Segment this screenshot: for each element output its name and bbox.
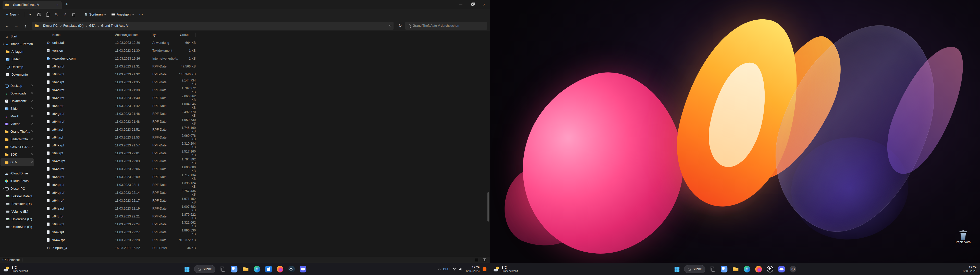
clock[interactable]: 19:2912.03.2023 [963, 266, 977, 273]
edge-button[interactable] [742, 264, 752, 274]
up-button[interactable]: ↑ [21, 22, 30, 30]
task-view-button[interactable] [708, 264, 718, 274]
breadcrumb-item[interactable]: Dieser PC [42, 24, 59, 28]
table-row[interactable]: x64b.rpf11.03.2023 21:32RPF-Datei145.946… [35, 70, 490, 78]
refresh-button[interactable]: ↻ [396, 22, 404, 30]
address-dropdown-icon[interactable] [389, 24, 391, 26]
breadcrumb-item[interactable]: Festplatte (D:) [62, 24, 84, 28]
table-row[interactable]: x64t.rpf11.03.2023 22:21RPF-Datei1.879.5… [35, 212, 490, 220]
minimize-button[interactable]: — [455, 0, 466, 9]
sidebar-item-grand-theft[interactable]: Grand Theft ... [0, 128, 34, 136]
start-button[interactable] [182, 264, 192, 274]
discord-button[interactable] [298, 264, 308, 274]
edge-button[interactable] [252, 264, 262, 274]
back-button[interactable]: ← [3, 22, 11, 30]
explorer-search[interactable] [405, 22, 487, 30]
sidebar-item-bildschirmfo[interactable]: Bildschirmfo... [0, 136, 34, 143]
file-explorer-button[interactable] [241, 264, 251, 274]
search-input[interactable] [413, 24, 484, 27]
sidebar-item-034734-gta[interactable]: 034734-GTA... [0, 143, 34, 151]
table-row[interactable]: x64f.rpf11.03.2023 21:42RPF-Datei1.004.6… [35, 102, 490, 110]
language-indicator[interactable]: DEU [443, 268, 449, 271]
table-row[interactable]: x64q.rpf11.03.2023 22:14RPF-Datei2.757.4… [35, 189, 490, 197]
tab-close-icon[interactable]: × [55, 3, 60, 7]
details-view-button[interactable] [474, 258, 480, 262]
table-row[interactable]: ⚙Xinput1_416.03.2021 15:52DLL-Datei34 KB [35, 244, 490, 252]
table-row[interactable]: x64m.rpf11.03.2023 22:03RPF-Datei1.764.8… [35, 157, 490, 165]
vertical-scrollbar[interactable] [487, 70, 490, 250]
sidebar-item-icloud-drive[interactable]: ☁iCloud Drive [0, 169, 34, 177]
more-button[interactable]: ⋯ [137, 11, 145, 18]
sidebar-item-dokumente[interactable]: Dokumente [0, 71, 34, 78]
sidebar-item-gta[interactable]: GTA [0, 158, 34, 166]
chevron-down-icon[interactable] [2, 187, 4, 189]
settings-button[interactable]: ⚙ [788, 264, 798, 274]
widgets-button[interactable] [229, 264, 239, 274]
sidebar-item-bilder[interactable]: Bilder [0, 55, 34, 63]
recycle-bin[interactable]: Papierkorb [954, 231, 972, 244]
volume-icon[interactable] [459, 268, 463, 271]
sidebar-item-icloud-fotos[interactable]: iCloud-Fotos [0, 177, 34, 185]
sidebar-item-bilder[interactable]: Bilder [0, 105, 34, 112]
file-explorer-button[interactable] [731, 264, 741, 274]
table-row[interactable]: x64l.rpf11.03.2023 22:01RPF-Datei2.517.1… [35, 149, 490, 157]
sidebar-item-sdk[interactable]: SDK [0, 151, 34, 158]
table-row[interactable]: x64c.rpf11.03.2023 21:35RPF-Datei2.144.7… [35, 78, 490, 86]
taskbar-search[interactable]: Suche [194, 265, 215, 273]
column-header-date[interactable]: Änderungsdatum [113, 33, 150, 37]
network-icon[interactable] [452, 268, 456, 270]
firefox-button[interactable] [275, 264, 285, 274]
sidebar-item-unionsine-f[interactable]: UnionSine (F:) [0, 215, 34, 223]
weather-widget[interactable]: 8°CStark bewölkt [0, 263, 32, 275]
firefox-button[interactable] [754, 264, 764, 274]
sidebar-item-videos[interactable]: Videos [0, 120, 34, 128]
sidebar-item-desktop[interactable]: Desktop [0, 82, 34, 90]
new-button[interactable]: + Neu [3, 10, 22, 19]
start-button[interactable] [672, 264, 682, 274]
sidebar-item-anlagen[interactable]: Anlagen [0, 48, 34, 55]
sidebar-item-dokumente[interactable]: Dokumente [0, 97, 34, 105]
table-row[interactable]: x64d.rpf11.03.2023 21:38RPF-Datei1.782.3… [35, 86, 490, 94]
weather-widget[interactable]: 8°CStark bewölkt [490, 263, 522, 275]
paste-button[interactable] [43, 11, 52, 18]
table-row[interactable]: version11.03.2023 21:30Textdokument1 KB [35, 47, 490, 54]
tray-chevron-up-icon[interactable] [438, 269, 440, 270]
cut-button[interactable]: ✂ [26, 11, 35, 18]
store-button[interactable] [264, 264, 274, 274]
table-row[interactable]: x64p.rpf11.03.2023 22:11RPF-Datei1.395.1… [35, 181, 490, 189]
table-row[interactable]: x64g.rpf11.03.2023 21:46RPF-Datei2.492.7… [35, 110, 490, 118]
table-row[interactable]: ⚙uninstall12.03.2023 12:30Anwendung664 K… [35, 39, 490, 47]
column-header-size[interactable]: Größe [178, 33, 196, 37]
task-view-button[interactable] [218, 264, 228, 274]
rename-button[interactable]: ✎ [52, 11, 61, 18]
sidebar-item-timon-pers-n[interactable]: ☁Timon – Persön... [0, 40, 34, 48]
sidebar-item-downloads[interactable]: ↓Downloads [0, 90, 34, 97]
notification-badge[interactable] [483, 267, 487, 271]
table-row[interactable]: www.dev-c.com12.03.2023 19:26Internetver… [35, 54, 490, 62]
scrollbar-thumb[interactable] [487, 192, 489, 221]
share-button[interactable]: ↗ [61, 11, 69, 18]
sort-button[interactable]: ⇅ Sortieren [82, 10, 109, 19]
explorer-tab[interactable]: Grand Theft Auto V × [3, 1, 62, 9]
sidebar-item-dieser-pc[interactable]: Dieser PC [0, 185, 34, 193]
table-row[interactable]: x64u.rpf11.03.2023 22:24RPF-Datei1.322.6… [35, 220, 490, 228]
table-row[interactable]: x64k.rpf11.03.2023 21:57RPF-Datei2.310.2… [35, 141, 490, 149]
table-row[interactable]: x64s.rpf11.03.2023 22:19RPF-Datei1.007.6… [35, 204, 490, 212]
table-row[interactable]: x64i.rpf11.03.2023 21:51RPF-Datei1.745.1… [35, 125, 490, 133]
copy-button[interactable] [35, 11, 43, 18]
sidebar-item-start[interactable]: ⌂Start [0, 33, 34, 40]
column-header-name[interactable]: Name [46, 33, 113, 37]
breadcrumb-item[interactable]: GTA [88, 24, 97, 28]
clock[interactable]: 19:2912.03.2023 [466, 266, 479, 273]
discord-button[interactable] [776, 264, 787, 274]
table-row[interactable]: x64a.rpf11.03.2023 21:31RPF-Datei47.566 … [35, 62, 490, 70]
table-row[interactable]: x64o.rpf11.03.2023 22:09RPF-Datei1.717.1… [35, 173, 490, 181]
new-tab-button[interactable]: + [64, 2, 69, 6]
sidebar-item-volume-e[interactable]: Volume (E:) [0, 208, 34, 215]
obs-button[interactable] [765, 264, 775, 274]
steam-button[interactable] [286, 264, 297, 274]
forward-button[interactable]: → [12, 22, 21, 30]
sidebar-item-desktop[interactable]: Desktop [0, 63, 34, 71]
icons-view-button[interactable] [481, 258, 487, 262]
breadcrumb-item[interactable]: Grand Theft Auto V [100, 24, 129, 28]
